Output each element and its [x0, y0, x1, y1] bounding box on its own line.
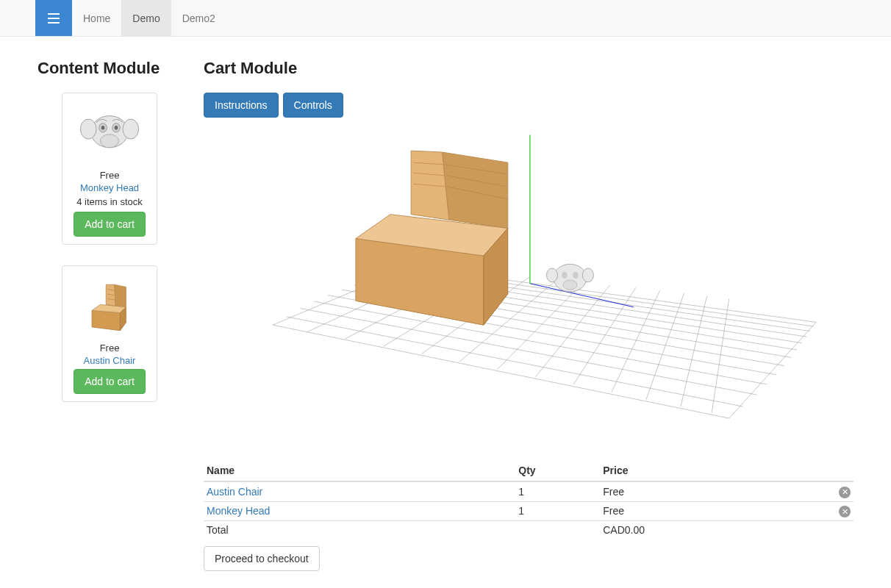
product-name-link[interactable]: Monkey Head — [70, 182, 149, 193]
svg-rect-2 — [48, 22, 60, 24]
product-price: Free — [70, 343, 149, 354]
cart-item-price: Free — [600, 481, 831, 501]
svg-point-9 — [115, 126, 118, 129]
viewport-3d[interactable] — [204, 122, 854, 438]
content-module-title: Content Module — [37, 59, 182, 78]
hamburger-icon — [48, 13, 60, 24]
checkout-button[interactable]: Proceed to checkout — [204, 546, 320, 571]
svg-rect-0 — [48, 13, 60, 15]
page-container: Content Module FreeMonkey Head4 items in… — [26, 37, 865, 588]
chair-thumbnail — [73, 273, 146, 338]
cart-item-price: Free — [600, 501, 831, 521]
svg-line-22 — [301, 309, 757, 395]
product-name-link[interactable]: Austin Chair — [70, 355, 149, 366]
svg-point-4 — [80, 119, 96, 139]
instructions-button[interactable]: Instructions — [204, 93, 279, 118]
cart-module-title: Cart Module — [204, 59, 854, 78]
add-to-cart-button[interactable]: Add to cart — [74, 369, 146, 394]
nav-item-demo[interactable]: Demo — [121, 0, 171, 36]
cart-row: Monkey Head1Free✕ — [204, 501, 854, 521]
col-name: Name — [204, 460, 515, 481]
remove-item-icon[interactable]: ✕ — [839, 487, 851, 498]
nav-item-home[interactable]: Home — [72, 0, 121, 36]
svg-marker-15 — [114, 284, 126, 306]
product-card: FreeMonkey Head4 items in stockAdd to ca… — [62, 93, 157, 245]
svg-line-23 — [314, 301, 767, 384]
product-price: Free — [70, 170, 149, 181]
nav-item-demo2[interactable]: Demo2 — [171, 0, 226, 36]
svg-line-46 — [681, 296, 707, 406]
navbar: HomeDemoDemo2 — [0, 0, 891, 37]
remove-item-icon[interactable]: ✕ — [839, 506, 851, 517]
svg-marker-12 — [92, 310, 120, 330]
svg-point-64 — [582, 268, 593, 282]
svg-line-42 — [535, 285, 610, 377]
svg-point-66 — [573, 272, 579, 279]
monkey-3d-model — [546, 264, 593, 292]
monkey-thumbnail — [73, 101, 146, 165]
add-to-cart-button[interactable]: Add to cart — [74, 212, 146, 237]
cart-module: Cart Module Instructions Controls — [204, 59, 854, 571]
svg-point-5 — [123, 119, 139, 139]
cart-item-qty: 1 — [515, 501, 600, 521]
total-value: CAD0.00 — [600, 521, 831, 539]
chair-3d-model — [356, 151, 508, 325]
svg-line-41 — [498, 282, 584, 369]
cart-row: Austin Chair1Free✕ — [204, 481, 854, 501]
cart-buttons: Instructions Controls — [204, 93, 854, 118]
col-price: Price — [600, 460, 831, 481]
svg-line-48 — [729, 322, 816, 418]
svg-point-65 — [562, 272, 568, 279]
cart-item-link[interactable]: Austin Chair — [207, 486, 262, 498]
content-module: Content Module FreeMonkey Head4 items in… — [37, 59, 182, 571]
controls-button[interactable]: Controls — [283, 93, 343, 118]
product-card: FreeAustin ChairAdd to cart — [62, 265, 157, 402]
grid-plane — [273, 135, 816, 419]
cart-table: Name Qty Price Austin Chair1Free✕Monkey … — [204, 460, 854, 539]
svg-point-67 — [563, 280, 577, 290]
product-stock: 4 items in stock — [70, 196, 149, 207]
svg-line-45 — [646, 293, 684, 400]
svg-rect-1 — [48, 18, 60, 19]
total-label: Total — [204, 521, 515, 539]
svg-point-8 — [101, 126, 105, 129]
cart-item-link[interactable]: Monkey Head — [207, 505, 270, 517]
svg-line-44 — [612, 290, 660, 392]
cart-item-qty: 1 — [515, 481, 600, 501]
svg-line-20 — [273, 325, 729, 418]
col-qty: Qty — [515, 460, 600, 481]
svg-point-63 — [546, 268, 557, 282]
menu-toggle-button[interactable] — [35, 0, 72, 36]
svg-point-10 — [100, 135, 118, 148]
svg-marker-53 — [442, 152, 507, 228]
